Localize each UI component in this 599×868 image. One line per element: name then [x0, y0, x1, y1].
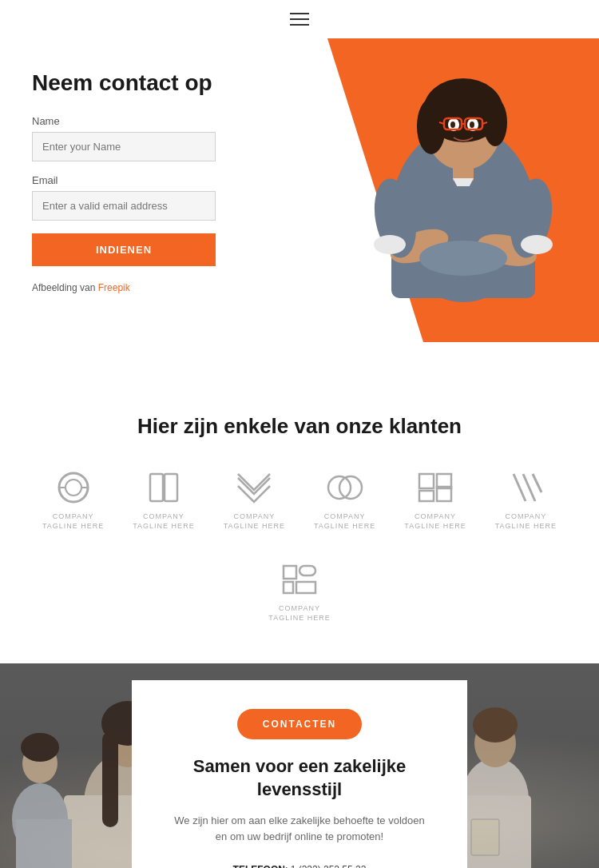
svg-point-57	[473, 707, 518, 743]
logos-row: COMPANYTAGLINE HERE COMPANYTAGLINE HERE	[32, 468, 567, 623]
logo-icon-2	[140, 468, 188, 508]
svg-point-62	[21, 733, 59, 762]
contact-button[interactable]: CONTACTEN	[237, 709, 362, 739]
contact-form: Neem contact op Name Email INDIENEN Afbe…	[32, 70, 280, 293]
name-label: Name	[32, 115, 280, 127]
client-logo-6: COMPANYTAGLINE HERE	[495, 468, 557, 531]
client-logo-7: COMPANYTAGLINE HERE	[268, 559, 330, 623]
clients-title: Hier zijn enkele van onze klanten	[32, 414, 567, 439]
svg-rect-43	[284, 582, 293, 593]
cta-contact-info: TELEFOON: 1 (232) 252 55 22 LOCATIE: 75 …	[170, 860, 429, 868]
svg-point-4	[417, 98, 446, 154]
svg-rect-44	[296, 582, 315, 593]
hero-woman-image	[335, 46, 591, 366]
contact-title: Neem contact op	[32, 70, 280, 96]
cta-card: CONTACTEN Samen voor een zakelijke leven…	[132, 680, 467, 868]
freepik-link[interactable]: Freepik	[98, 282, 130, 293]
phone-label: TELEFOON	[233, 864, 285, 868]
svg-point-13	[450, 121, 455, 128]
svg-rect-41	[284, 566, 296, 579]
logo-icon-7	[276, 559, 323, 599]
logo-icon-1	[50, 468, 97, 508]
cta-heading: Samen voor een zakelijke levensstijl	[170, 755, 429, 801]
name-input[interactable]	[32, 132, 216, 161]
cta-section: CONTACTEN Samen voor een zakelijke leven…	[0, 663, 599, 868]
client-logo-1: COMPANYTAGLINE HERE	[42, 468, 104, 531]
contact-section: Neem contact op Name Email INDIENEN Afbe…	[0, 38, 599, 374]
name-field-group: Name	[32, 115, 280, 161]
svg-point-26	[65, 480, 81, 496]
svg-rect-61	[16, 819, 72, 868]
logo-text-5: COMPANYTAGLINE HERE	[404, 512, 466, 531]
logo-text-6: COMPANYTAGLINE HERE	[495, 512, 557, 531]
navbar	[0, 0, 599, 38]
logo-icon-6	[502, 468, 549, 508]
logo-text-2: COMPANYTAGLINE HERE	[133, 512, 194, 531]
svg-point-14	[470, 121, 474, 128]
svg-rect-30	[165, 474, 177, 501]
logo-text-7: COMPANYTAGLINE HERE	[268, 604, 330, 623]
logo-icon-3	[230, 468, 278, 508]
logo-text-4: COMPANYTAGLINE HERE	[314, 512, 375, 531]
logo-text-1: COMPANYTAGLINE HERE	[42, 512, 104, 531]
email-label: Email	[32, 174, 280, 186]
logo-icon-5	[411, 468, 459, 508]
image-credit: Afbeelding van Freepik	[32, 282, 280, 293]
svg-rect-36	[419, 491, 434, 501]
email-input[interactable]	[32, 191, 216, 221]
clients-section: Hier zijn enkele van onze klanten COMPAN…	[0, 374, 599, 663]
cta-phone: TELEFOON: 1 (232) 252 55 22	[170, 860, 429, 868]
logo-icon-4	[321, 468, 369, 508]
svg-point-24	[521, 235, 553, 254]
client-logo-4: COMPANYTAGLINE HERE	[314, 468, 375, 531]
svg-rect-29	[150, 474, 163, 501]
svg-point-23	[374, 235, 406, 254]
svg-rect-58	[471, 819, 499, 855]
svg-line-40	[533, 474, 541, 492]
client-logo-2: COMPANYTAGLINE HERE	[133, 468, 194, 531]
client-logo-3: COMPANYTAGLINE HERE	[224, 468, 285, 531]
hamburger-menu[interactable]	[290, 13, 309, 26]
svg-rect-34	[419, 474, 434, 488]
cta-description: We zijn hier om aan elke zakelijke behoe…	[170, 813, 429, 846]
phone-value: 1 (232) 252 55 22	[291, 864, 367, 868]
svg-rect-42	[300, 566, 315, 575]
client-logo-5: COMPANYTAGLINE HERE	[404, 468, 466, 531]
email-field-group: Email	[32, 174, 280, 221]
svg-rect-49	[102, 731, 118, 827]
svg-point-20	[419, 241, 507, 276]
logo-text-3: COMPANYTAGLINE HERE	[224, 512, 285, 531]
submit-button[interactable]: INDIENEN	[32, 233, 216, 266]
